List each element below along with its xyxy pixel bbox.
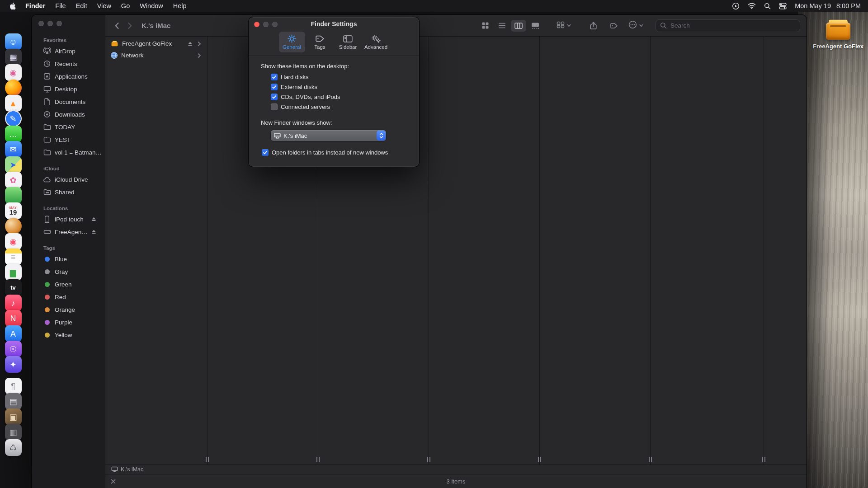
dock-launchpad[interactable]: ▦ <box>5 49 22 66</box>
dock-app-purple[interactable]: ✦ <box>5 356 22 373</box>
sidebar-item-yest[interactable]: YEST <box>34 133 102 146</box>
dock-numbers[interactable]: ▆ <box>5 264 22 281</box>
dock-trash[interactable]: ♺ <box>5 439 22 456</box>
dock-firefox[interactable] <box>5 80 22 96</box>
now-playing-icon[interactable] <box>732 2 740 10</box>
dock-messages[interactable]: … <box>5 126 22 142</box>
sidebar-item-icloud-drive[interactable]: iCloud Drive <box>34 173 102 186</box>
sidebar-item-shared[interactable]: Shared <box>34 186 102 198</box>
menu-time[interactable]: 8:00 PM <box>836 2 861 9</box>
dock-media-stack[interactable]: ▣ <box>5 408 22 425</box>
sidebar-item-red[interactable]: Red <box>34 291 102 303</box>
dock-app-orange[interactable] <box>5 218 22 235</box>
sidebar-item-desktop[interactable]: Desktop <box>34 83 102 95</box>
column-resize-handle[interactable] <box>649 457 652 462</box>
dock-app-green[interactable] <box>5 187 22 204</box>
menu-view[interactable]: View <box>92 2 116 9</box>
menu-window[interactable]: Window <box>135 2 168 9</box>
sidebar-item-freeagent-g[interactable]: FreeAgent G... <box>34 225 102 238</box>
column-item-network[interactable]: Network <box>108 50 205 61</box>
dock-app-store[interactable]: A <box>5 325 22 342</box>
sidebar-item-recents[interactable]: Recents <box>34 57 102 70</box>
control-center-icon[interactable] <box>779 2 787 10</box>
sidebar-item-blue[interactable]: Blue <box>34 253 102 265</box>
dock-podcasts[interactable]: ☉ <box>5 341 22 357</box>
menu-file[interactable]: File <box>50 2 71 9</box>
dock-app-white-red[interactable]: ◉ <box>5 233 22 250</box>
gallery-view-button[interactable] <box>528 20 543 32</box>
column-item-freeagent-goflex[interactable]: FreeAgent GoFlex <box>108 38 205 49</box>
spotlight-icon[interactable] <box>764 3 771 9</box>
dock-finder[interactable]: ☺ <box>5 33 22 50</box>
minimize-button[interactable] <box>47 21 53 26</box>
icon-view-button[interactable] <box>477 20 493 32</box>
dock-mail[interactable]: ✉ <box>5 141 22 158</box>
desktop-drive-icon[interactable]: FreeAgent GoFlex <box>816 18 860 50</box>
settings-tab-general[interactable]: General <box>279 32 305 52</box>
dock-vlc[interactable]: ▲ <box>5 95 22 112</box>
sidebar-item-vol-1-batman[interactable]: vol 1 = Batman [... <box>34 146 102 159</box>
column-resize-handle[interactable] <box>538 457 541 462</box>
sidebar-item-applications[interactable]: AApplications <box>34 70 102 83</box>
column-resize-handle[interactable] <box>427 457 430 462</box>
checkbox-cds-dvds-and-ipods[interactable]: CDs, DVDs, and iPods <box>271 94 410 100</box>
path-item[interactable]: K.'s iMac <box>121 466 143 473</box>
menu-go[interactable]: Go <box>116 2 135 9</box>
group-button[interactable] <box>557 21 571 30</box>
apple-menu-icon[interactable] <box>7 2 20 10</box>
sidebar-item-ipod-touch[interactable]: iPod touch <box>34 213 102 225</box>
sidebar-item-yellow[interactable]: Yellow <box>34 328 102 341</box>
eject-icon[interactable] <box>91 229 97 235</box>
dock-notes[interactable]: ≡ <box>5 249 22 265</box>
dock-tv[interactable]: tv <box>5 279 22 296</box>
dialog-close-button[interactable] <box>254 22 259 27</box>
checkbox-connected-servers[interactable]: Connected servers <box>271 103 410 110</box>
back-button[interactable] <box>111 21 123 30</box>
search-field[interactable] <box>656 19 800 32</box>
dialog-minimize-button[interactable] <box>263 22 269 27</box>
dock-photos[interactable]: ✿ <box>5 172 22 188</box>
dock-photo-booth[interactable]: ◉ <box>5 64 22 81</box>
menu-date[interactable]: Mon May 19 <box>795 2 831 9</box>
wifi-icon[interactable] <box>748 3 756 9</box>
more-actions-button[interactable] <box>628 20 644 31</box>
checkbox-external-disks[interactable]: External disks <box>271 84 410 90</box>
sidebar-item-today[interactable]: TODAY <box>34 121 102 133</box>
menu-edit[interactable]: Edit <box>71 2 92 9</box>
dock-music[interactable]: ♪ <box>5 295 22 311</box>
sidebar-item-downloads[interactable]: Downloads <box>34 108 102 121</box>
new-window-popup[interactable]: K.'s iMac <box>271 130 386 141</box>
settings-tab-advanced[interactable]: Advanced <box>363 32 389 52</box>
checkbox-open-folders-in-tabs[interactable]: Open folders in tabs instead of new wind… <box>262 149 410 156</box>
sidebar-item-orange[interactable]: Orange <box>34 303 102 316</box>
column-resize-handle[interactable] <box>762 457 765 462</box>
sidebar-item-airdrop[interactable]: AirDrop <box>34 45 102 57</box>
dock-calendar[interactable]: MAY19 <box>5 202 22 219</box>
dock-document[interactable]: ▤ <box>5 393 22 410</box>
column-resize-handle[interactable] <box>206 457 209 462</box>
menu-help[interactable]: Help <box>168 2 192 9</box>
dock-dark-stack[interactable]: ▥ <box>5 424 22 441</box>
forward-button[interactable] <box>123 21 136 30</box>
column-view-button[interactable] <box>511 20 526 32</box>
menu-finder[interactable]: Finder <box>20 2 50 9</box>
eject-icon[interactable] <box>187 41 193 47</box>
checkbox-hard-disks[interactable]: Hard disks <box>271 74 410 80</box>
settings-tab-sidebar[interactable]: Sidebar <box>335 32 361 52</box>
list-view-button[interactable] <box>494 20 509 32</box>
eject-icon[interactable] <box>91 216 97 222</box>
settings-tab-tags[interactable]: Tags <box>307 32 333 52</box>
zoom-button[interactable] <box>57 21 62 26</box>
sidebar-item-documents[interactable]: Documents <box>34 95 102 108</box>
column-resize-handle[interactable] <box>316 457 320 462</box>
dock-textedit[interactable]: ¶ <box>5 378 22 394</box>
tags-button[interactable] <box>608 22 620 29</box>
close-button[interactable] <box>38 21 44 26</box>
share-button[interactable] <box>587 22 599 30</box>
search-input[interactable] <box>670 22 796 29</box>
sidebar-item-green[interactable]: Green <box>34 278 102 291</box>
dock-markup[interactable]: ✎ <box>5 110 22 127</box>
dialog-zoom-button[interactable] <box>272 22 278 27</box>
dock-news[interactable]: N <box>5 310 22 327</box>
sidebar-item-purple[interactable]: Purple <box>34 316 102 328</box>
